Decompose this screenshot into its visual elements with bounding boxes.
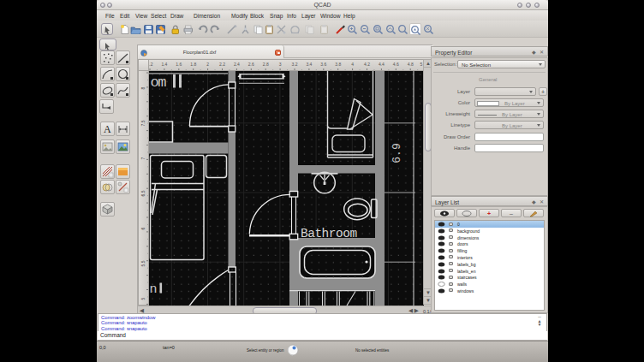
svg-text:3.6: 3.6 <box>320 62 326 67</box>
svg-text:3.8: 3.8 <box>335 62 341 67</box>
svg-text:2.6: 2.6 <box>247 62 253 67</box>
svg-text:1.2: 1.2 <box>149 62 153 67</box>
svg-text:2: 2 <box>206 62 209 67</box>
svg-text:1.4: 1.4 <box>161 62 167 67</box>
svg-text:3: 3 <box>278 62 281 67</box>
svg-text:3.4: 3.4 <box>306 62 312 67</box>
svg-text:6.5: 6.5 <box>140 190 146 196</box>
svg-text:3.2: 3.2 <box>291 62 297 67</box>
svg-text:2.2: 2.2 <box>219 62 225 67</box>
svg-text:4.6: 4.6 <box>392 62 398 67</box>
svg-text:4: 4 <box>351 62 354 67</box>
svg-text:2.8: 2.8 <box>262 62 268 67</box>
svg-text:Bathroom: Bathroom <box>301 227 357 240</box>
svg-text:1.8: 1.8 <box>190 62 196 67</box>
svg-text:A: A <box>104 123 111 135</box>
svg-text:1.6: 1.6 <box>176 62 182 67</box>
svg-text:8: 8 <box>140 86 146 89</box>
svg-text:4.2: 4.2 <box>364 62 370 67</box>
svg-text:6.9: 6.9 <box>390 143 402 163</box>
svg-text:5: 5 <box>140 297 146 300</box>
svg-text:4.4: 4.4 <box>378 62 384 67</box>
svg-text:5.5: 5.5 <box>140 260 146 266</box>
svg-text:om: om <box>150 74 166 91</box>
svg-text:6: 6 <box>140 227 146 229</box>
svg-text:7: 7 <box>140 157 146 159</box>
svg-text:4.8: 4.8 <box>407 62 413 67</box>
svg-text:n: n <box>149 282 156 297</box>
svg-text:7.5: 7.5 <box>140 120 146 126</box>
svg-text:5: 5 <box>420 62 422 67</box>
svg-text:2.4: 2.4 <box>233 62 239 67</box>
